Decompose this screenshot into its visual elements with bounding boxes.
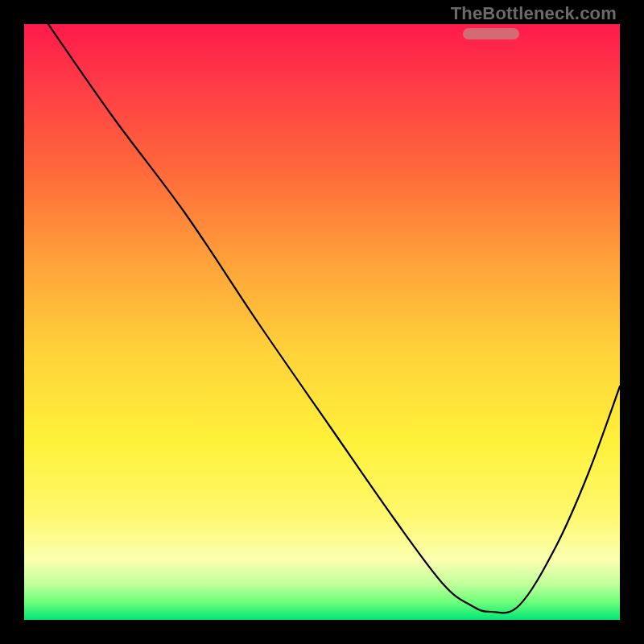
chart-gradient-background bbox=[24, 24, 620, 620]
optimal-marker bbox=[463, 28, 519, 39]
chart-frame bbox=[24, 24, 620, 620]
watermark-text: TheBottleneck.com bbox=[451, 3, 617, 24]
